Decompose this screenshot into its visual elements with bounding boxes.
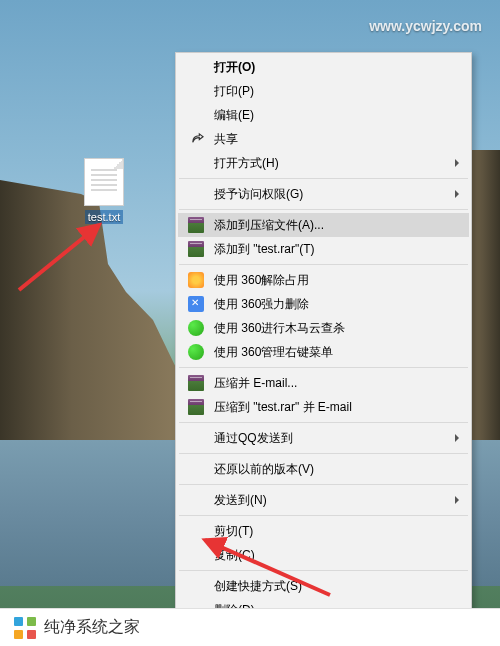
- menu-separator: [179, 264, 468, 265]
- menu-grant-access[interactable]: 授予访问权限(G): [178, 182, 469, 206]
- menu-compress-email[interactable]: 压缩并 E-mail...: [178, 371, 469, 395]
- 360-unlock-icon: [186, 270, 206, 290]
- menu-360-trojan[interactable]: 使用 360进行木马云查杀: [178, 316, 469, 340]
- menu-send-via-qq[interactable]: 通过QQ发送到: [178, 426, 469, 450]
- share-icon: [186, 129, 206, 149]
- winrar-icon: [186, 215, 206, 235]
- menu-add-to-archive[interactable]: 添加到压缩文件(A)...: [178, 213, 469, 237]
- menu-360-unlock[interactable]: 使用 360解除占用: [178, 268, 469, 292]
- 360-scan-icon: [186, 318, 206, 338]
- context-menu: 打开(O) 打印(P) 编辑(E) 共享 打开方式(H) 授予访问权限(G) 添…: [175, 52, 472, 646]
- menu-create-shortcut[interactable]: 创建快捷方式(S): [178, 574, 469, 598]
- menu-copy[interactable]: 复制(C): [178, 543, 469, 567]
- menu-send-to[interactable]: 发送到(N): [178, 488, 469, 512]
- submenu-arrow-icon: [455, 496, 459, 504]
- 360-forcedel-icon: [186, 294, 206, 314]
- desktop-file[interactable]: test.txt: [78, 158, 130, 224]
- menu-360-rightmenu[interactable]: 使用 360管理右键菜单: [178, 340, 469, 364]
- menu-360-forcedel[interactable]: 使用 360强力删除: [178, 292, 469, 316]
- winrar-icon: [186, 397, 206, 417]
- menu-separator: [179, 367, 468, 368]
- winrar-icon: [186, 373, 206, 393]
- menu-open-with[interactable]: 打开方式(H): [178, 151, 469, 175]
- submenu-arrow-icon: [455, 190, 459, 198]
- menu-compress-to-email[interactable]: 压缩到 "test.rar" 并 E-mail: [178, 395, 469, 419]
- menu-add-to-testrar[interactable]: 添加到 "test.rar"(T): [178, 237, 469, 261]
- menu-separator: [179, 209, 468, 210]
- menu-share[interactable]: 共享: [178, 127, 469, 151]
- menu-edit[interactable]: 编辑(E): [178, 103, 469, 127]
- menu-separator: [179, 570, 468, 571]
- menu-separator: [179, 422, 468, 423]
- text-file-icon: [84, 158, 124, 206]
- menu-separator: [179, 515, 468, 516]
- footer-text: 纯净系统之家: [44, 617, 140, 638]
- menu-open[interactable]: 打开(O): [178, 55, 469, 79]
- submenu-arrow-icon: [455, 434, 459, 442]
- menu-separator: [179, 178, 468, 179]
- file-label: test.txt: [85, 210, 123, 224]
- menu-restore-previous[interactable]: 还原以前的版本(V): [178, 457, 469, 481]
- watermark-url: www.ycwjzy.com: [369, 18, 482, 34]
- 360-menu-icon: [186, 342, 206, 362]
- footer-watermark-bar: 纯净系统之家: [0, 608, 500, 646]
- menu-separator: [179, 484, 468, 485]
- menu-print[interactable]: 打印(P): [178, 79, 469, 103]
- windows-logo-icon: [14, 617, 36, 639]
- menu-separator: [179, 453, 468, 454]
- winrar-icon: [186, 239, 206, 259]
- submenu-arrow-icon: [455, 159, 459, 167]
- menu-cut[interactable]: 剪切(T): [178, 519, 469, 543]
